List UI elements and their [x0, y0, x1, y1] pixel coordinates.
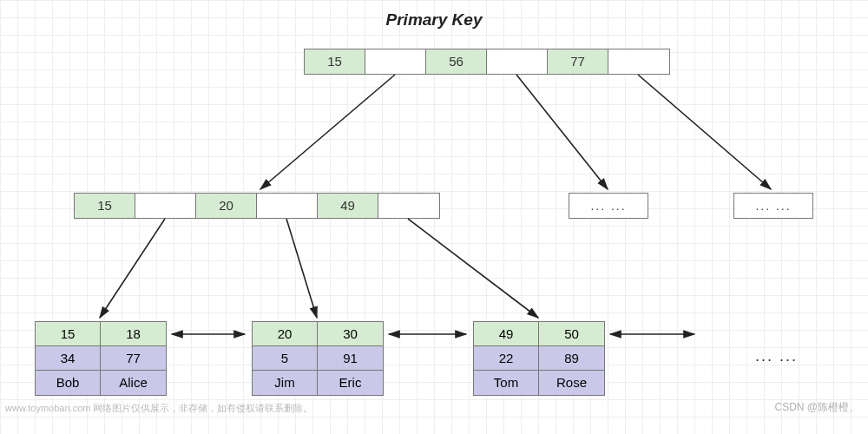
internal-node-ellipsis-2: ... ...: [733, 193, 813, 219]
leaf1-name-0: Jim: [253, 371, 318, 395]
root-ptr-0: [365, 49, 426, 74]
arrow-mid-leaf2: [408, 219, 538, 318]
leaf0-val-0: 34: [36, 346, 101, 371]
root-ptr-1: [487, 49, 548, 74]
leaf1-val-1: 91: [318, 346, 383, 371]
root-key-2: 77: [548, 49, 608, 74]
mid-key-1: 20: [196, 194, 257, 218]
leaf1-key-0: 20: [253, 322, 318, 346]
leaf0-val-1: 77: [101, 346, 166, 371]
leaf0-name-0: Bob: [36, 371, 101, 395]
leaf-node-2: 49 50 22 89 Tom Rose: [473, 321, 605, 396]
mid-ptr-1: [257, 194, 318, 218]
leaf2-key-0: 49: [474, 322, 539, 346]
leaf0-key-0: 15: [36, 322, 101, 346]
arrow-root-child2: [638, 75, 771, 189]
leaf0-key-1: 18: [101, 322, 166, 346]
mid-ptr-0: [135, 194, 196, 218]
leaf2-name-1: Rose: [539, 371, 604, 395]
mid-key-2: 49: [318, 194, 378, 218]
leaf2-name-0: Tom: [474, 371, 539, 395]
leaf1-name-1: Eric: [318, 371, 383, 395]
watermark-left: www.toymoban.com 网络图片仅供展示，非存储，如有侵权请联系删除。: [5, 402, 312, 415]
arrow-mid-leaf0: [100, 219, 165, 318]
mid-key-0: 15: [75, 194, 135, 218]
leaf2-val-1: 89: [539, 346, 604, 371]
leaf2-key-1: 50: [539, 322, 604, 346]
root-node: 15 56 77: [304, 49, 670, 75]
mid-ptr-2: [378, 194, 439, 218]
leaf-node-1: 20 30 5 91 Jim Eric: [252, 321, 384, 396]
internal-node-0: 15 20 49: [74, 193, 440, 219]
arrow-root-child1: [516, 75, 608, 189]
root-key-1: 56: [426, 49, 487, 74]
ellipsis-box: ... ...: [569, 194, 648, 218]
leaf0-name-1: Alice: [101, 371, 166, 395]
arrow-root-child0: [260, 75, 395, 189]
ellipsis-box: ... ...: [734, 194, 812, 218]
root-ptr-2: [608, 49, 669, 74]
arrow-mid-leaf1: [286, 219, 317, 318]
leaf2-val-0: 22: [474, 346, 539, 371]
leaf1-key-1: 30: [318, 322, 383, 346]
leaf-ellipsis: ... ...: [755, 347, 798, 365]
root-key-0: 15: [305, 49, 365, 74]
watermark-right: CSDN @陈橙橙、: [774, 400, 859, 415]
leaf1-val-0: 5: [253, 346, 318, 371]
internal-node-ellipsis-1: ... ...: [569, 193, 648, 219]
diagram-title: Primary Key: [0, 10, 868, 30]
leaf-node-0: 15 18 34 77 Bob Alice: [35, 321, 167, 396]
